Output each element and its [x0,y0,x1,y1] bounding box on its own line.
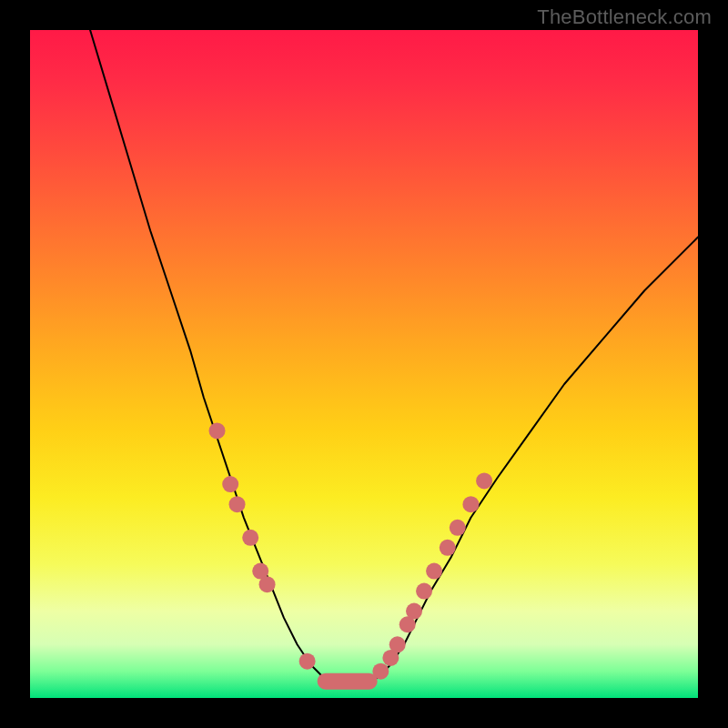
marker-right-9 [462,496,479,512]
marker-right-8 [450,520,466,536]
marker-right-10 [476,472,492,489]
marker-left-1 [222,476,238,492]
curve-svg [30,30,698,698]
marker-left-6 [299,653,316,670]
marker-right-4 [406,603,422,620]
marker-right-2 [389,636,406,652]
marker-right-6 [426,563,442,580]
watermark-text: TheBottleneck.com [537,5,712,29]
marker-left-2 [229,496,246,512]
chart-frame: TheBottleneck.com [0,0,728,728]
plateau-pill-shape [318,673,378,690]
marker-left-3 [242,530,258,546]
plot-area [30,30,698,698]
marker-right-7 [440,540,456,556]
marker-left-5 [259,576,276,592]
curve-lines [90,30,698,684]
bottleneck-curve [90,30,698,684]
plateau-pill [318,673,378,690]
marker-right-0 [372,663,389,680]
curve-markers [209,422,493,679]
marker-right-5 [416,583,432,600]
marker-left-0 [209,422,226,439]
